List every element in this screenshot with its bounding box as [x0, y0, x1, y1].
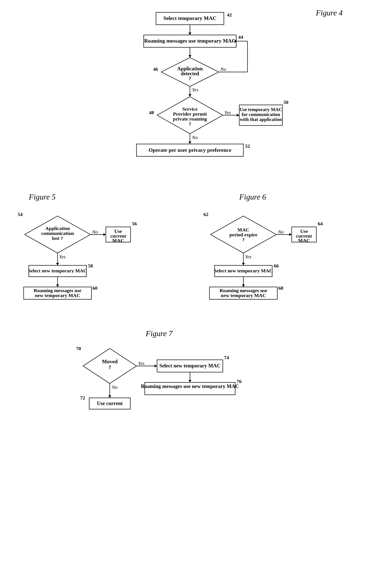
svg-marker-39	[188, 142, 191, 144]
svg-text:Use current: Use current	[97, 401, 123, 406]
svg-text:52: 52	[245, 144, 250, 149]
svg-marker-9	[188, 55, 191, 58]
svg-text:48: 48	[149, 110, 154, 115]
svg-text:Select temporary MAC: Select temporary MAC	[163, 15, 216, 21]
svg-text:Yes: Yes	[224, 110, 231, 115]
figure4-section: Figure 4 Select temporary MAC 42 Roaming…	[12, 8, 380, 179]
svg-marker-90	[242, 285, 245, 287]
figure5-diagram: Figure 5 Application communication lost …	[12, 191, 156, 319]
svg-text:Roaming messages use new tempo: Roaming messages use new temporary MAC	[141, 383, 239, 389]
svg-text:72: 72	[80, 395, 85, 401]
svg-text:Roaming messages use temporary: Roaming messages use temporary MAC	[144, 38, 235, 44]
svg-text:64: 64	[318, 221, 323, 226]
svg-text:Figure 7: Figure 7	[145, 329, 173, 338]
svg-text:?: ?	[189, 121, 191, 126]
svg-text:62: 62	[204, 212, 209, 217]
svg-text:new temporary MAC: new temporary MAC	[221, 293, 266, 298]
svg-text:70: 70	[76, 346, 81, 351]
svg-text:Application: Application	[45, 226, 70, 231]
svg-text:58: 58	[88, 263, 93, 268]
svg-text:MAC: MAC	[298, 238, 310, 243]
svg-text:50: 50	[284, 100, 288, 105]
figure7-diagram: Figure 7 Moved ? 70 Yes Select new tempo…	[73, 328, 319, 418]
svg-text:No: No	[278, 229, 284, 234]
svg-marker-64	[56, 285, 59, 287]
svg-text:44: 44	[238, 34, 243, 40]
svg-text:Provider permit: Provider permit	[173, 111, 207, 117]
figure4-diagram: Select temporary MAC 42 Roaming messages…	[104, 10, 288, 179]
svg-text:with that application: with that application	[240, 117, 282, 122]
svg-marker-113	[108, 395, 111, 398]
svg-text:MAC: MAC	[112, 238, 124, 243]
svg-text:?: ?	[242, 237, 245, 242]
svg-marker-4	[188, 32, 191, 35]
svg-text:No: No	[112, 384, 118, 390]
svg-text:No: No	[92, 229, 98, 234]
svg-text:new temporary MAC: new temporary MAC	[35, 293, 80, 298]
figure4-title: Figure 4	[316, 8, 343, 17]
svg-text:Select new temporary MAC: Select new temporary MAC	[28, 268, 87, 273]
svg-text:60: 60	[93, 285, 97, 291]
svg-text:?: ?	[108, 364, 111, 370]
svg-text:74: 74	[224, 355, 229, 360]
svg-text:68: 68	[278, 285, 283, 291]
svg-text:Yes: Yes	[59, 254, 66, 259]
svg-marker-59	[56, 263, 59, 265]
svg-text:MAC: MAC	[237, 227, 249, 232]
svg-marker-22	[188, 94, 191, 97]
svg-text:Yes: Yes	[245, 254, 251, 259]
svg-text:Yes: Yes	[192, 87, 198, 92]
svg-text:Use temporary MAC: Use temporary MAC	[239, 107, 282, 112]
svg-text:54: 54	[18, 212, 23, 217]
svg-text:?: ?	[188, 76, 191, 81]
svg-marker-51	[104, 233, 106, 236]
svg-text:lost ?: lost ?	[52, 235, 63, 241]
fig5-fig6-row: Figure 5 Application communication lost …	[12, 191, 380, 320]
svg-marker-85	[242, 263, 245, 265]
svg-text:for communication: for communication	[241, 112, 280, 117]
svg-text:Application: Application	[177, 66, 203, 71]
svg-text:detected: detected	[181, 71, 199, 76]
svg-text:66: 66	[274, 263, 279, 268]
figure5-section: Figure 5 Application communication lost …	[12, 191, 194, 320]
svg-text:Roaming messages use: Roaming messages use	[34, 288, 81, 293]
svg-text:Operate per user privacy prefe: Operate per user privacy preference	[148, 147, 231, 153]
svg-marker-31	[237, 114, 239, 117]
svg-text:42: 42	[227, 12, 232, 18]
svg-text:56: 56	[132, 221, 137, 226]
svg-marker-77	[289, 233, 292, 236]
svg-marker-102	[155, 365, 157, 367]
figure6-diagram: Figure 6 MAC period expire ? 62 No Use c…	[198, 191, 342, 319]
svg-text:Moved: Moved	[102, 359, 118, 365]
svg-text:Figure 5: Figure 5	[28, 193, 56, 201]
svg-text:Figure 6: Figure 6	[239, 193, 266, 201]
svg-text:period expire: period expire	[229, 232, 257, 237]
svg-text:Select new temporary MAC: Select new temporary MAC	[214, 268, 273, 273]
svg-text:Select new temporary MAC: Select new temporary MAC	[159, 363, 221, 369]
figure7-section: Figure 7 Moved ? 70 Yes Select new tempo…	[12, 328, 380, 418]
svg-text:No: No	[220, 66, 226, 72]
svg-text:private roaming: private roaming	[173, 116, 207, 122]
svg-marker-107	[188, 380, 191, 382]
svg-text:No: No	[192, 135, 198, 140]
svg-text:Roaming messages use: Roaming messages use	[220, 288, 267, 293]
svg-text:76: 76	[236, 379, 241, 384]
svg-text:46: 46	[153, 66, 158, 72]
svg-text:Service: Service	[182, 106, 198, 112]
figure6-section: Figure 6 MAC period expire ? 62 No Use c…	[198, 191, 380, 320]
page-content: Figure 4 Select temporary MAC 42 Roaming…	[12, 8, 380, 418]
svg-text:communication: communication	[41, 230, 74, 236]
svg-text:Yes: Yes	[138, 361, 145, 366]
